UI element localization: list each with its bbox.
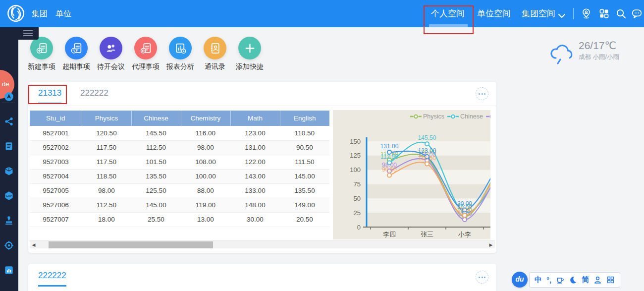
svg-text:150: 150: [350, 138, 361, 145]
table-cell: 122.00: [230, 155, 280, 169]
table-cell: 117.50: [82, 155, 131, 169]
table-cell: 101.50: [131, 155, 181, 169]
quick-action-plus[interactable]: 添加快捷: [234, 37, 266, 71]
quick-action-meeting[interactable]: 待开会议: [95, 37, 127, 71]
quick-action-doc-add[interactable]: 新建事项: [26, 37, 57, 71]
contacts-icon: [204, 37, 226, 59]
svg-text:李四: 李四: [383, 231, 396, 238]
table-cell: 25.50: [131, 212, 181, 227]
ime-grid-icon[interactable]: [606, 276, 615, 284]
ime-user-icon[interactable]: [593, 276, 602, 284]
table-cell: 13.00: [181, 212, 230, 227]
ime-cup-icon[interactable]: [556, 276, 564, 284]
table-cell: 112.50: [131, 140, 181, 155]
scroll-right-arrow[interactable]: ▶: [487, 241, 495, 249]
column-header[interactable]: Chinese: [131, 111, 181, 126]
chevron-down-icon[interactable]: [558, 11, 566, 16]
table-cell: 135.50: [280, 183, 329, 198]
left-sidebar: de CAP: [0, 27, 18, 291]
table-cell: 116.00: [181, 126, 230, 140]
sidebar-item-cube[interactable]: [3, 166, 14, 176]
svg-text:20.50: 20.50: [457, 206, 472, 213]
tab-222222-bottom[interactable]: 222222: [38, 271, 66, 287]
brand-swirl-logo[interactable]: [6, 4, 25, 23]
legend-label: Chinese: [460, 113, 483, 120]
column-header[interactable]: English: [280, 111, 329, 126]
user-pin-icon[interactable]: [581, 8, 592, 19]
ime-punctuation[interactable]: °,: [546, 276, 551, 284]
column-header[interactable]: Physics: [82, 111, 131, 126]
svg-text:75: 75: [354, 180, 361, 188]
brand-group[interactable]: 集团: [32, 0, 48, 27]
panel2-more-button[interactable]: [476, 271, 488, 284]
tab-21313[interactable]: 21313: [38, 88, 61, 104]
table-row[interactable]: 9527003117.50101.50108.00122.00111.50: [30, 155, 329, 169]
horizontal-scrollbar[interactable]: ◀ ▶: [30, 240, 495, 248]
table-row[interactable]: 952700718.0025.5013.0030.0020.50: [30, 212, 329, 227]
legend-item-physics[interactable]: Physics: [410, 113, 444, 120]
sidebar-item-navigation[interactable]: [3, 91, 14, 102]
column-header[interactable]: Math: [230, 111, 280, 126]
quick-action-report[interactable]: 报表分析: [164, 37, 196, 71]
column-header[interactable]: Stu_id: [30, 111, 82, 126]
svg-text:0: 0: [357, 224, 361, 231]
ime-buttons-bar: 中°,简: [529, 272, 620, 288]
panel-more-button[interactable]: [476, 87, 488, 100]
ime-mode-chinese[interactable]: 中: [535, 275, 542, 285]
sidebar-item-stamp[interactable]: [3, 215, 14, 226]
table-row[interactable]: 9527002117.50112.5098.00131.0090.50: [30, 140, 329, 155]
table-cell: 9527002: [30, 140, 82, 155]
ime-simplified[interactable]: 简: [582, 275, 589, 285]
hamburger-menu-icon[interactable]: [23, 30, 33, 37]
quick-action-label: 代理事项: [130, 62, 161, 71]
sidebar-item-document[interactable]: [3, 141, 14, 152]
table-cell: 9527005: [30, 183, 82, 198]
scroll-left-arrow[interactable]: ◀: [30, 241, 38, 249]
sidebar-item-target[interactable]: [3, 240, 14, 251]
table-row[interactable]: 9527001120.50145.50116.00123.00110.50: [30, 126, 329, 140]
scrollbar-thumb[interactable]: [49, 241, 213, 248]
plus-icon: [238, 37, 261, 59]
svg-text:张三: 张三: [421, 231, 433, 238]
column-header[interactable]: Chemistry: [181, 111, 230, 126]
legend-item-chinese[interactable]: Chinese: [447, 113, 483, 120]
quick-action-label: 添加快捷: [234, 62, 266, 71]
chat-icon[interactable]: [631, 8, 643, 19]
table-cell: 145.00: [280, 169, 329, 183]
baidu-ime-logo[interactable]: du: [512, 272, 528, 288]
table-cell: 135.50: [131, 169, 181, 183]
table-cell: 18.00: [82, 212, 131, 227]
ime-moon-icon[interactable]: [569, 276, 577, 284]
search-icon[interactable]: [615, 8, 627, 19]
scores-table: Stu_idPhysicsChineseChemistryMathEnglish…: [30, 111, 329, 227]
nav-personal-space[interactable]: 个人空间: [431, 0, 465, 27]
tabs-divider: [28, 106, 496, 106]
quick-action-label: 新建事项: [26, 62, 57, 71]
nav-group-space[interactable]: 集团空间: [522, 0, 555, 27]
chart-legend: Physics Chinese Chemistry Math English: [410, 113, 490, 120]
brand-unit[interactable]: 单位: [55, 0, 71, 27]
table-row[interactable]: 9527004118.50135.50100.00143.00145.00: [30, 169, 329, 183]
table-cell: 88.00: [181, 183, 230, 198]
legend-item-chemistry[interactable]: Chemistry: [486, 113, 490, 120]
score-line-chart: 0255075100125150李四张三小李117.50120.5018.001…: [333, 110, 490, 239]
table-row[interactable]: 952700598.00125.5088.00133.00135.50: [30, 183, 329, 198]
table-cell: 110.50: [280, 126, 329, 140]
table-row[interactable]: 9527006112.50145.00119.00148.00149.00: [30, 198, 329, 212]
quick-action-contacts[interactable]: 通讯录: [199, 37, 231, 71]
table-cell: 108.00: [181, 155, 230, 169]
sidebar-item-cap-badge[interactable]: CAP: [3, 190, 14, 201]
score-panel: 21313 222222 Stu_idPhysicsChineseChemist…: [28, 82, 496, 253]
sidebar-item-share[interactable]: [3, 116, 14, 127]
table-cell: 123.00: [230, 126, 280, 140]
tab-222222[interactable]: 222222: [80, 88, 108, 103]
nav-unit-space[interactable]: 单位空间: [477, 0, 511, 27]
table-cell: 125.50: [131, 183, 181, 198]
quick-action-doc-proxy[interactable]: R 代理事项: [130, 37, 161, 71]
legend-label: Physics: [423, 113, 444, 120]
sidebar-item-bar-chart[interactable]: [3, 265, 14, 276]
svg-text:125: 125: [350, 152, 361, 159]
apps-grid-icon[interactable]: [598, 8, 610, 19]
quick-action-doc-clock[interactable]: 超期事项: [60, 37, 92, 71]
svg-text:50: 50: [354, 195, 361, 202]
